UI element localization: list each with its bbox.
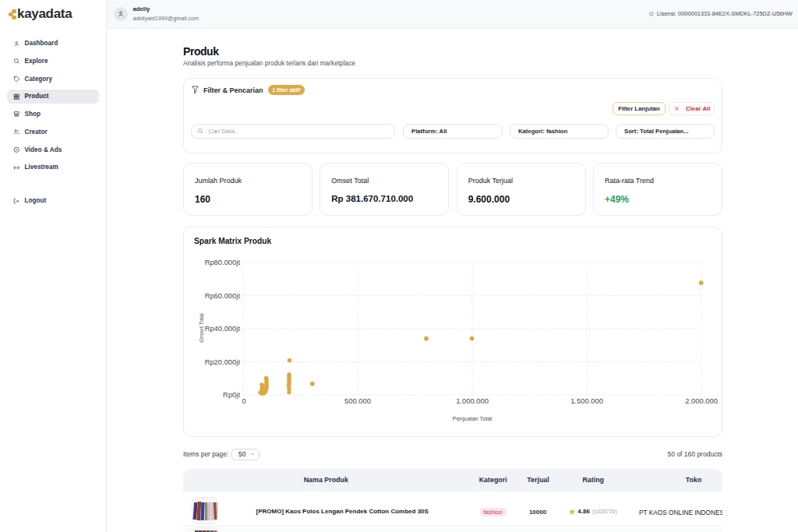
svg-text:2.000.000: 2.000.000 [685, 396, 718, 405]
svg-text:Omset Total: Omset Total [199, 313, 205, 343]
svg-text:Rp20.000jt: Rp20.000jt [205, 358, 241, 366]
svg-text:Rp60.000jt: Rp60.000jt [205, 291, 241, 300]
svg-text:1.000.000: 1.000.000 [456, 396, 489, 405]
svg-text:Rp80.000jt: Rp80.000jt [205, 258, 241, 266]
svg-text:Rp40.000jt: Rp40.000jt [205, 324, 241, 333]
svg-text:0: 0 [242, 396, 245, 405]
svg-text:1.500.000: 1.500.000 [570, 396, 603, 405]
svg-text:Penjualan Total: Penjualan Total [453, 415, 493, 422]
svg-text:Rp0jt: Rp0jt [223, 390, 240, 399]
svg-text:500.000: 500.000 [344, 396, 371, 405]
